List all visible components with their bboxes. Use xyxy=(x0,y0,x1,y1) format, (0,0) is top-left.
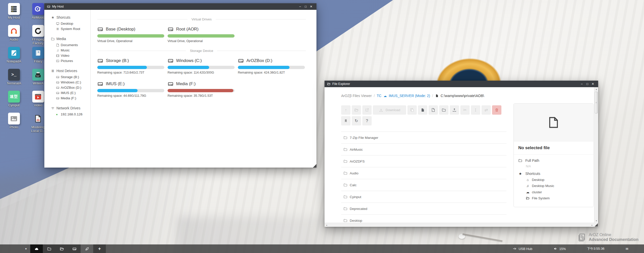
taskbar-button-my-host[interactable] xyxy=(68,244,81,253)
new-file-button[interactable] xyxy=(429,105,438,115)
close-button[interactable]: ✕ xyxy=(308,3,314,10)
close-button[interactable]: ✕ xyxy=(590,81,596,87)
sidebar-item-network-192-168-0-126[interactable]: ● 192.168.0.126 xyxy=(56,112,90,116)
open-button[interactable] xyxy=(352,105,361,115)
sidebar-item-music[interactable]: ♫ Music xyxy=(56,48,90,52)
horizontal-scrollbar[interactable]: ◂ ▸ xyxy=(325,223,594,227)
sidebar-item-arozbox-d[interactable]: ArOZBox (D:) xyxy=(56,86,90,89)
tray-volume[interactable]: 15% xyxy=(554,247,566,251)
folder-icon xyxy=(343,171,347,175)
file-row[interactable]: Deprecated xyxy=(341,203,506,214)
sidebar-item-storage-b[interactable]: Storage (B:) xyxy=(56,75,90,79)
sidebar-item-imus-e[interactable]: IMUS (E:) xyxy=(56,91,90,95)
taskbar-button-cloud[interactable] xyxy=(30,244,43,253)
folder-icon xyxy=(343,183,347,187)
breadcrumb-path[interactable]: C:\wamp\www\private\AOB\ xyxy=(441,94,484,98)
my-host-titlebar[interactable]: My Host – □ ✕ xyxy=(44,3,316,10)
file-row[interactable]: Audio xyxy=(341,167,506,179)
desktop-icon-label: AirMusic xyxy=(32,16,44,20)
tray-usb[interactable]: USB Hub xyxy=(513,247,532,251)
sidebar-section-network-drives: Network Drives xyxy=(51,106,90,110)
file-list: 7-Zip File Manager AirMusic ArOZDFS Audi… xyxy=(341,132,506,227)
drive-card-imus-e[interactable]: IMUS (E:) Remaining space: 44.69G/111.79… xyxy=(97,81,164,98)
speaker-icon xyxy=(554,247,558,251)
file-row[interactable]: Cyinput xyxy=(341,191,506,203)
sidebar-item-documents[interactable]: Documents xyxy=(56,43,90,47)
upload-button[interactable] xyxy=(450,105,459,115)
breadcrumb-host-prefix[interactable]: TC xyxy=(377,94,381,98)
scrollbar-thumb[interactable]: ≡ xyxy=(595,92,598,113)
desktop-icon-terminala[interactable]: >_ TerminalA xyxy=(3,69,25,91)
taskbar-button-folder[interactable] xyxy=(43,244,55,253)
sidebar-item-windows-c[interactable]: Windows (C:) xyxy=(56,80,90,84)
desktop-icon-audio[interactable]: Audio xyxy=(3,25,25,47)
desktop-icon-photo[interactable]: Photo xyxy=(3,113,25,135)
drive-card-root-aor[interactable]: Root (AOR) Virtual Drive, Operational xyxy=(168,26,235,43)
scroll-up-arrow[interactable]: ▲ xyxy=(594,87,598,91)
sidebar-item-pictures[interactable]: Pictures xyxy=(56,59,90,63)
desktop-icon-cyinput[interactable]: 速型 Cyinput xyxy=(3,91,25,113)
window-resize-grip[interactable] xyxy=(594,223,598,227)
sidebar-item-video[interactable]: Video xyxy=(56,54,90,57)
file-explorer-window: File Explorer – □ ✕ ArOZβ Files Viewer /… xyxy=(325,81,598,227)
open-new-window-button[interactable] xyxy=(362,105,372,115)
shortcut-item-desktop-music[interactable]: ♫ Desktop Music xyxy=(526,184,589,188)
move-button[interactable]: ⇄ xyxy=(481,105,491,115)
up-button[interactable]: ↑ xyxy=(341,105,350,115)
taskbar-button-add[interactable]: + xyxy=(93,244,106,253)
paste-button[interactable] xyxy=(418,105,427,115)
maximize-button[interactable]: □ xyxy=(303,3,308,10)
breadcrumb-host[interactable]: IMUS_SERVER (Mode: 2) xyxy=(389,94,430,98)
taskbar-collapse-button[interactable]: ▼ xyxy=(22,244,30,253)
drive-card-windows-c[interactable]: Windows (C:) Remaining space: 114.42G/30… xyxy=(168,58,235,74)
new-folder-button[interactable] xyxy=(439,105,448,115)
scroll-left-arrow[interactable]: ◂ xyxy=(325,223,329,227)
bookmark-button[interactable] xyxy=(341,116,350,125)
desktop-icon-my-host[interactable]: My Host xyxy=(3,3,25,25)
minimize-button[interactable]: – xyxy=(297,3,303,10)
file-row[interactable]: 7-Zip File Manager xyxy=(341,132,506,143)
tray-mail[interactable]: ✉ xyxy=(626,247,628,251)
drive-icon xyxy=(238,58,244,64)
capacity-bar xyxy=(168,34,235,38)
scroll-down-arrow[interactable]: ▼ xyxy=(594,219,598,223)
breadcrumb-app[interactable]: ArOZβ Files Viewer xyxy=(341,94,372,98)
copy-button[interactable] xyxy=(407,105,417,115)
drive-card-base-desktop[interactable]: Base (Desktop) Virtual Drive, Operationa… xyxy=(97,26,164,43)
file-row[interactable]: Calc xyxy=(341,179,506,191)
drive-card-media-f[interactable]: Media (F:) Remaining space: 35.78G/1.53T xyxy=(168,81,235,98)
taskbar-button-leaf[interactable] xyxy=(81,244,93,253)
file-row[interactable]: AirMusic xyxy=(341,143,506,155)
rename-button[interactable] xyxy=(471,105,480,115)
refresh-button[interactable]: ↻ xyxy=(352,116,361,125)
drive-card-storage-b[interactable]: Storage (B:) Remaining space: 713.64G/2.… xyxy=(97,58,164,74)
folder-icon xyxy=(518,159,522,163)
cloud-icon xyxy=(35,247,39,251)
window-resize-grip[interactable] xyxy=(313,164,316,168)
vertical-scrollbar[interactable]: ▲ ≡ ▼ xyxy=(594,87,598,223)
tray-clock[interactable]: 下午3:55:36 xyxy=(587,246,604,251)
desktop-icon-label: Cyinput xyxy=(8,104,19,107)
drive-icon xyxy=(97,58,103,64)
sidebar-item-desktop[interactable]: Desktop xyxy=(56,22,90,25)
file-row[interactable]: ArOZDFS xyxy=(341,155,506,167)
cut-button[interactable]: ✂ xyxy=(460,105,470,115)
taskbar-button-file-explorer[interactable] xyxy=(55,244,68,253)
desktop-icon-notepada[interactable]: NotepadA xyxy=(3,47,25,69)
drive-card-arozbox-d[interactable]: ArOZBox (D:) Remaining space: 424.36G/1.… xyxy=(238,58,305,74)
download-button[interactable]: Download xyxy=(373,105,406,115)
minimize-button[interactable]: – xyxy=(579,81,585,87)
shortcut-item-cluster[interactable]: ☁ cluster xyxy=(526,190,589,194)
file-explorer-titlebar[interactable]: File Explorer – □ ✕ xyxy=(325,81,598,87)
music-note-icon: ♫ xyxy=(526,184,530,188)
delete-button[interactable] xyxy=(492,105,501,115)
help-button[interactable]: ? xyxy=(362,116,372,125)
shortcut-item-file-system[interactable]: File System xyxy=(526,196,589,200)
sidebar-item-system-root[interactable]: ≣ System Root xyxy=(56,27,90,31)
drive-icon xyxy=(56,75,59,79)
maximize-button[interactable]: □ xyxy=(585,81,590,87)
sidebar-item-media-f[interactable]: Media (F:) xyxy=(56,96,90,100)
scroll-right-arrow[interactable]: ▸ xyxy=(590,223,594,227)
external-link-icon xyxy=(365,108,369,112)
shortcut-item-desktop[interactable]: ⌂ Desktop xyxy=(526,178,589,182)
